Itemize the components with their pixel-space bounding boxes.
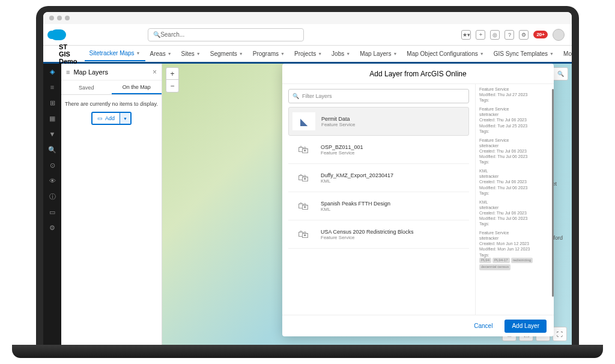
guidance-icon[interactable]: ◎ [490, 30, 500, 40]
setup-gear-icon[interactable]: ⚙ [519, 30, 529, 40]
nav-item-programs[interactable]: Programs ▼ [248, 46, 289, 61]
traffic-light-max[interactable] [65, 16, 70, 20]
bag-icon: 🛍 [292, 141, 315, 159]
rail-grid-icon[interactable]: ⊞ [48, 99, 56, 107]
modal-title: Add Layer from ArcGIS Online [282, 64, 554, 84]
zoom-controls: + − [166, 67, 179, 93]
rail-tool-1-icon[interactable]: ◈ [48, 67, 56, 76]
layer-type: Feature Service [321, 122, 355, 127]
app-launcher-icon[interactable] [50, 50, 52, 58]
nav-item-more[interactable]: More ▼ [559, 46, 572, 61]
panel-menu-icon[interactable]: ≡ [66, 68, 70, 76]
rail-search-icon[interactable]: 🔍 [48, 145, 56, 154]
zoom-in-button[interactable]: + [166, 68, 178, 80]
rail-table-icon[interactable]: ▦ [48, 114, 56, 123]
nav-item-jobs[interactable]: Jobs ▼ [327, 46, 355, 61]
laptop-frame: 🔍 Search... ★▾ ＋ ◎ ? ⚙ 20+ ST GIS Demo S… [36, 6, 579, 346]
nav-item-areas[interactable]: Areas ▼ [145, 46, 177, 61]
search-icon: 🔍 [557, 71, 564, 77]
notification-badge[interactable]: 20+ [533, 31, 548, 38]
map[interactable]: + − Find address or place🔍 New York Yonk… [162, 64, 572, 346]
filter-layers-input[interactable]: 🔍 Filter Layers [288, 89, 469, 103]
layer-type: KML [321, 207, 390, 212]
rail-list-icon[interactable]: ≡ [48, 83, 56, 91]
avatar[interactable] [553, 29, 565, 41]
layer-details-pane: Feature ServiceModified: Thu Jul 27 2023… [476, 84, 554, 315]
nav-item-gis-sync-templates[interactable]: GIS Sync Templates ▼ [489, 46, 559, 61]
favorites-icon[interactable]: ★▾ [461, 30, 471, 40]
nav-item-segments[interactable]: Segments ▼ [205, 46, 248, 61]
rail-location-icon[interactable]: ⊙ [48, 161, 56, 169]
vertical-rail: ◈ ≡ ⊞ ▦ ▼ 🔍 ⊙ 👁 ⓘ ▭ ⚙ [43, 64, 61, 346]
help-icon[interactable]: ? [504, 30, 514, 40]
layer-type: Feature Service [321, 235, 414, 240]
layer-row[interactable]: 🛍OSP_BZ011_001Feature Service [288, 136, 469, 164]
screen: 🔍 Search... ★▾ ＋ ◎ ? ⚙ 20+ ST GIS Demo S… [43, 12, 572, 346]
empty-message: There are currently no items to display. [65, 101, 158, 107]
app-nav: ST GIS Demo Sitetracker Maps ▼Areas ▼Sit… [43, 46, 572, 64]
global-header: 🔍 Search... ★▾ ＋ ◎ ? ⚙ 20+ [43, 24, 572, 46]
search-input[interactable]: 🔍 Search... [148, 28, 304, 41]
rail-info-icon[interactable]: ⓘ [48, 192, 56, 201]
tab-on-the-map[interactable]: On the Map [112, 80, 162, 94]
layer-detail-block: Feature ServiceModified: Thu Jul 27 2023… [479, 86, 550, 103]
layer-shape-icon: ◣ [292, 112, 315, 130]
nav-item-map-object-configurations[interactable]: Map Object Configurations ▼ [402, 46, 488, 61]
cancel-button[interactable]: Cancel [467, 320, 500, 333]
add-dropdown-icon[interactable]: ▼ [120, 113, 130, 124]
layer-row[interactable]: 🛍Duffy_KMZ_Export_20230417KML [288, 164, 469, 192]
map-layers-panel: ≡ Map Layers × Saved On the Map There ar… [61, 64, 162, 346]
layer-row[interactable]: 🛍USA Census 2020 Redistricting BlocksFea… [288, 220, 469, 249]
add-button[interactable]: ▭ Add [92, 113, 120, 124]
layer-row[interactable]: 🛍Spanish Peaks FTTH DesignKML [288, 192, 469, 220]
close-panel-icon[interactable]: × [153, 68, 157, 76]
rail-gear-icon[interactable]: ⚙ [48, 223, 56, 232]
nav-item-sites[interactable]: Sites ▼ [177, 46, 205, 61]
layer-name: Permit Data [321, 116, 355, 122]
tab-saved[interactable]: Saved [61, 80, 112, 94]
layer-name: Spanish Peaks FTTH Design [321, 201, 390, 207]
rail-menu-icon[interactable]: ▭ [48, 208, 56, 216]
panel-title: Map Layers [73, 68, 153, 76]
bag-icon: 🛍 [292, 225, 315, 243]
bag-icon: 🛍 [292, 197, 315, 215]
bag-icon: 🛍 [292, 169, 315, 187]
laptop-base [12, 345, 603, 358]
add-button-group: ▭ Add ▼ [91, 112, 132, 125]
nav-item-sitetracker-maps[interactable]: Sitetracker Maps ▼ [85, 46, 145, 61]
add-icon[interactable]: ＋ [476, 30, 485, 40]
layer-detail-block: Feature ServicesitetrackerCreated: Mon J… [479, 230, 550, 270]
add-layer-modal: Add Layer from ArcGIS Online 🔍 Filter La… [282, 64, 554, 336]
salesforce-logo-icon [50, 29, 66, 40]
nav-item-map-layers[interactable]: Map Layers ▼ [355, 46, 402, 61]
layer-list: ◣Permit DataFeature Service🛍OSP_BZ011_00… [288, 107, 469, 310]
traffic-light-min[interactable] [57, 16, 62, 20]
rail-filter-icon[interactable]: ▼ [48, 130, 56, 138]
workspace: ◈ ≡ ⊞ ▦ ▼ 🔍 ⊙ 👁 ⓘ ▭ ⚙ ≡ Map Layers × Sav… [43, 64, 572, 346]
nav-item-projects[interactable]: Projects ▼ [289, 46, 327, 61]
map-expand-icon[interactable]: ⛶ [553, 327, 567, 341]
layer-type: Feature Service [321, 150, 363, 156]
layer-detail-block: KMLsitetrackerCreated: Thu Jul 06 2023Mo… [479, 199, 550, 226]
traffic-light-close[interactable] [49, 16, 54, 20]
layer-detail-block: Feature ServicesitetrackerCreated: Thu J… [479, 106, 550, 133]
add-layer-button[interactable]: Add Layer [504, 320, 547, 333]
browser-chrome [43, 12, 572, 24]
layer-detail-block: KMLsitetrackerCreated: Thu Jul 06 2023Mo… [479, 168, 550, 195]
layer-type: KML [321, 178, 393, 184]
rail-eye-icon[interactable]: 👁 [48, 177, 56, 185]
layer-name: OSP_BZ011_001 [321, 144, 363, 150]
app-name: ST GIS Demo [59, 43, 77, 65]
zoom-out-button[interactable]: − [166, 80, 178, 92]
layer-detail-block: Feature ServicesitetrackerCreated: Thu J… [479, 138, 550, 165]
layer-name: USA Census 2020 Redistricting Blocks [321, 229, 414, 235]
layer-row[interactable]: ◣Permit DataFeature Service [288, 107, 469, 136]
layer-name: Duffy_KMZ_Export_20230417 [321, 172, 393, 178]
